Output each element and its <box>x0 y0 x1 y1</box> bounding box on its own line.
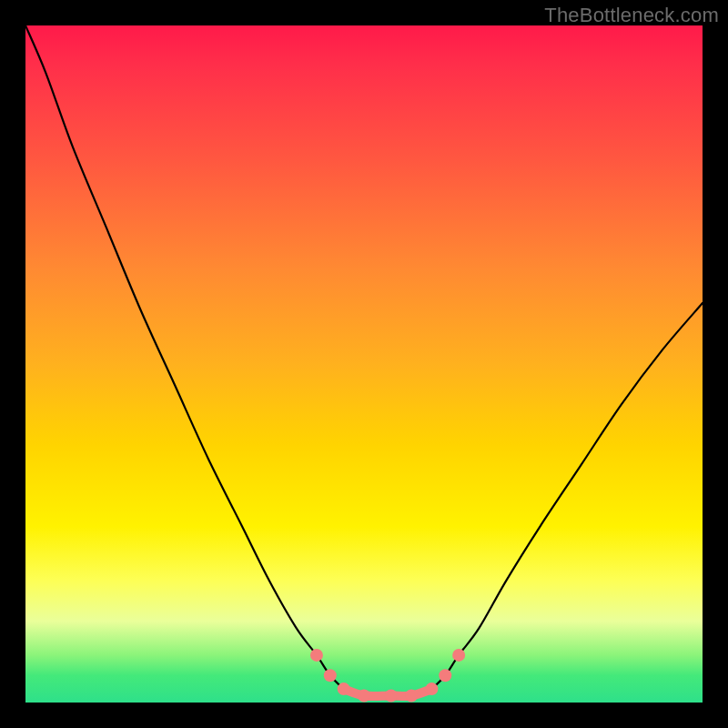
watermark-text: TheBottleneck.com <box>544 4 719 27</box>
plot-background-gradient <box>25 25 703 703</box>
chart-frame: TheBottleneck.com <box>0 0 728 728</box>
